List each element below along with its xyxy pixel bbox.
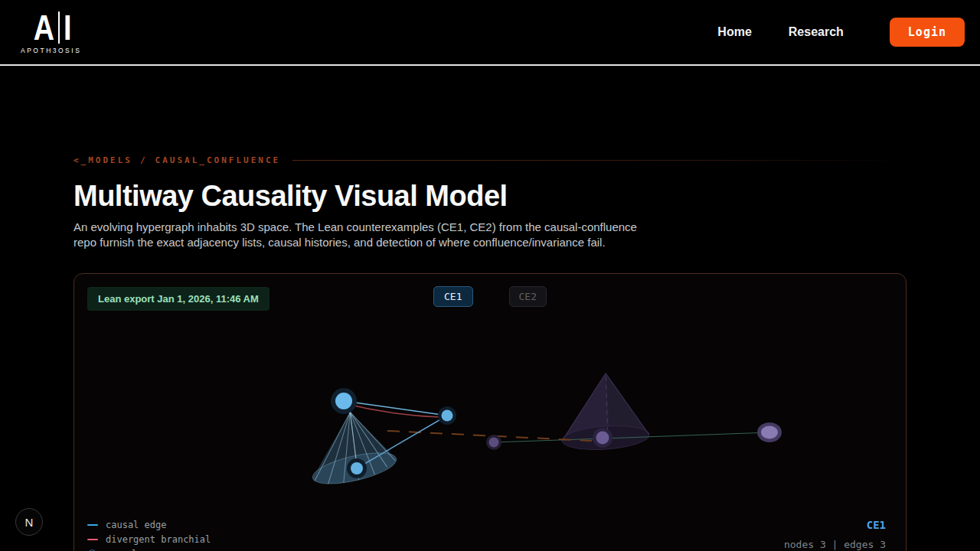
legend-label: causal edge xyxy=(106,520,166,530)
apoth3osis-logo[interactable]: A I APOTH3OSIS xyxy=(21,10,81,54)
causal-edge-swatch xyxy=(87,524,98,526)
stats-ce-title: CE1 xyxy=(760,519,886,531)
legend-item-divergent-branchial: divergent branchial xyxy=(87,532,211,546)
divergent-branchial-edge xyxy=(344,403,447,417)
ce2-node-1[interactable] xyxy=(486,435,501,450)
page-title: Multiway Causality Visual Model xyxy=(74,179,906,213)
viz-legend: causal edge divergent branchial causal c… xyxy=(87,517,211,551)
logo-ai-mark: A I xyxy=(31,10,71,45)
nextjs-dev-button[interactable]: N xyxy=(15,508,43,536)
breadcrumb-models-link[interactable]: <_MODELS xyxy=(74,155,132,165)
logo-letter-a: A xyxy=(33,11,53,44)
legend-label: causal cone xyxy=(104,549,165,551)
logo-letter-i: I xyxy=(64,11,70,44)
ce1-node-3[interactable] xyxy=(347,458,367,478)
breadcrumb-rule xyxy=(292,160,906,161)
hypergraph-3d-canvas[interactable] xyxy=(74,274,906,551)
ce1-node-1[interactable] xyxy=(331,388,357,414)
blue-causal-cone xyxy=(300,404,399,490)
breadcrumb-current: CAUSAL_CONFLUENCE xyxy=(155,155,281,165)
logo-subtitle: APOTH3OSIS xyxy=(21,47,81,54)
stats-nodes-edges: nodes 3 | edges 3 xyxy=(760,536,886,551)
legend-item-causal-edge: causal edge xyxy=(87,517,211,532)
ce2-node-2[interactable] xyxy=(593,428,612,448)
divergent-branchial-swatch xyxy=(87,539,98,540)
main-content: <_MODELS / CAUSAL_CONFLUENCE Multiway Ca… xyxy=(0,155,980,551)
logo-divider xyxy=(58,11,60,44)
ce2-node-3[interactable] xyxy=(757,422,782,442)
breadcrumb-separator: / xyxy=(140,155,148,165)
breadcrumb: <_MODELS / CAUSAL_CONFLUENCE xyxy=(74,155,906,165)
nav-link-home[interactable]: Home xyxy=(717,25,751,39)
login-button[interactable]: Login xyxy=(890,18,965,47)
legend-item-causal-cone: causal cone xyxy=(87,546,211,551)
site-header: A I APOTH3OSIS Home Research Login xyxy=(0,0,980,66)
page-description: An evolving hypergraph inhabits 3D space… xyxy=(74,220,648,250)
legend-label: divergent branchial xyxy=(106,534,211,545)
nav-link-research[interactable]: Research xyxy=(789,25,844,39)
nextjs-n-icon: N xyxy=(25,516,34,529)
ce1-node-2[interactable] xyxy=(438,406,456,425)
causal-viz-panel: Lean export Jan 1, 2026, 11:46 AM CE1 CE… xyxy=(74,273,906,551)
viz-stats: CE1 nodes 3 | edges 3 branchial 1 | dept… xyxy=(760,519,886,551)
main-nav: Home Research Login xyxy=(717,18,965,47)
